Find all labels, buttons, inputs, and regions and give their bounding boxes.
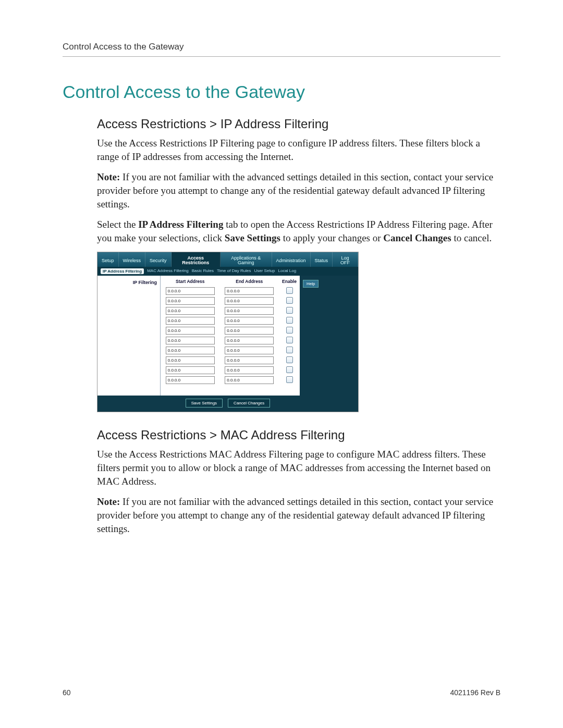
start-address-input[interactable]: 0.0.0.0 [166,337,215,344]
enable-checkbox[interactable] [286,307,293,314]
section1-p2-text: If you are not familiar with the advance… [97,171,493,209]
router-button-bar: Save Settings Cancel Changes [97,396,358,412]
p3a: Select the [97,219,138,230]
table-row: 0.0.0.00.0.0.0 [161,306,300,316]
table-row: 0.0.0.00.0.0.0 [161,296,300,306]
page-title: Control Access to the Gateway [63,82,500,102]
subnav-tab[interactable]: Time of Day Rules [217,268,251,274]
topnav-tab[interactable]: Administration [272,252,311,267]
enable-checkbox[interactable] [286,347,293,353]
header-rule [63,56,500,57]
end-address-input[interactable]: 0.0.0.0 [225,307,274,315]
topnav-tab[interactable]: Setup [97,252,119,267]
enable-checkbox[interactable] [286,297,293,304]
end-address-input[interactable]: 0.0.0.0 [225,376,274,384]
p3g: to cancel. [451,232,492,243]
enable-checkbox[interactable] [286,327,293,334]
col-enable: Enable [279,276,300,286]
section2-heading: Access Restrictions > MAC Address Filter… [63,428,500,442]
table-row: 0.0.0.00.0.0.0 [161,375,300,385]
running-header: Control Access to the Gateway [63,42,500,54]
topnav-tab[interactable]: Access Restrictions [172,252,221,267]
topnav-tab[interactable]: Applications & Gaming [221,252,272,267]
end-address-input[interactable]: 0.0.0.0 [225,337,274,344]
p3d: Save Settings [225,232,280,243]
end-address-input[interactable]: 0.0.0.0 [225,297,274,305]
router-filter-table: Start Address End Address Enable 0.0.0.0… [161,276,300,396]
end-address-input[interactable]: 0.0.0.0 [225,356,274,364]
sidebar-label: IP Filtering [97,276,160,289]
start-address-input[interactable]: 0.0.0.0 [166,307,215,315]
router-subnav: IP Address FilteringMAC Address Filterin… [97,267,358,276]
p3b: IP Address Filtering [138,219,223,230]
enable-checkbox[interactable] [286,317,293,324]
table-row: 0.0.0.00.0.0.0 [161,355,300,365]
p3e: to apply your changes or [280,232,383,243]
page-footer: 60 4021196 Rev B [63,688,500,697]
router-screenshot: SetupWirelessSecurityAccess Restrictions… [97,252,359,412]
start-address-input[interactable]: 0.0.0.0 [166,376,215,384]
start-address-input[interactable]: 0.0.0.0 [166,327,215,335]
section1-heading: Access Restrictions > IP Address Filteri… [63,117,500,131]
section1-p2: Note: If you are not familiar with the a… [63,170,500,211]
page-number: 60 [63,688,71,697]
table-row: 0.0.0.00.0.0.0 [161,326,300,336]
topnav-tab[interactable]: Log OFF [333,252,358,267]
note-label: Note: [97,171,120,182]
start-address-input[interactable]: 0.0.0.0 [166,356,215,364]
p3f: Cancel Changes [383,232,451,243]
col-start: Start Address [161,276,220,286]
col-end: End Address [220,276,279,286]
table-row: 0.0.0.00.0.0.0 [161,365,300,375]
start-address-input[interactable]: 0.0.0.0 [166,317,215,325]
topnav-tab[interactable]: Security [145,252,172,267]
subnav-tab[interactable]: Local Log [278,268,297,274]
end-address-input[interactable]: 0.0.0.0 [225,327,274,335]
section2-p2: Note: If you are not familiar with the a… [63,495,500,535]
router-topnav: SetupWirelessSecurityAccess Restrictions… [97,252,358,267]
table-row: 0.0.0.00.0.0.0 [161,316,300,326]
section1-p3: Select the IP Address Filtering tab to o… [63,218,500,244]
enable-checkbox[interactable] [286,356,293,363]
table-row: 0.0.0.00.0.0.0 [161,336,300,346]
end-address-input[interactable]: 0.0.0.0 [225,287,274,295]
topnav-tab[interactable]: Wireless [119,252,146,267]
router-help-panel: Help [300,276,358,396]
help-button[interactable]: Help [303,280,319,288]
section1-p1: Use the Access Restrictions IP Filtering… [63,137,500,163]
enable-checkbox[interactable] [286,337,293,343]
start-address-input[interactable]: 0.0.0.0 [166,297,215,305]
enable-checkbox[interactable] [286,287,293,294]
table-row: 0.0.0.00.0.0.0 [161,286,300,296]
subnav-tab[interactable]: IP Address Filtering [101,268,144,274]
subnav-tab[interactable]: User Setup [254,268,275,274]
doc-id: 4021196 Rev B [450,688,500,697]
start-address-input[interactable]: 0.0.0.0 [166,287,215,295]
end-address-input[interactable]: 0.0.0.0 [225,317,274,325]
section2-p2-text: If you are not familiar with the advance… [97,496,493,534]
end-address-input[interactable]: 0.0.0.0 [225,347,274,354]
end-address-input[interactable]: 0.0.0.0 [225,366,274,374]
section2-p1: Use the Access Restrictions MAC Address … [63,448,500,488]
subnav-tab[interactable]: MAC Address Filtering [147,268,189,274]
cancel-changes-button[interactable]: Cancel Changes [228,399,270,408]
start-address-input[interactable]: 0.0.0.0 [166,366,215,374]
save-settings-button[interactable]: Save Settings [186,399,223,408]
topnav-tab[interactable]: Status [311,252,333,267]
note-label-2: Note: [97,496,120,507]
subnav-tab[interactable]: Basic Rules [192,268,214,274]
enable-checkbox[interactable] [286,376,293,383]
start-address-input[interactable]: 0.0.0.0 [166,347,215,354]
router-sidebar: IP Filtering [97,276,161,396]
enable-checkbox[interactable] [286,366,293,373]
table-row: 0.0.0.00.0.0.0 [161,346,300,355]
